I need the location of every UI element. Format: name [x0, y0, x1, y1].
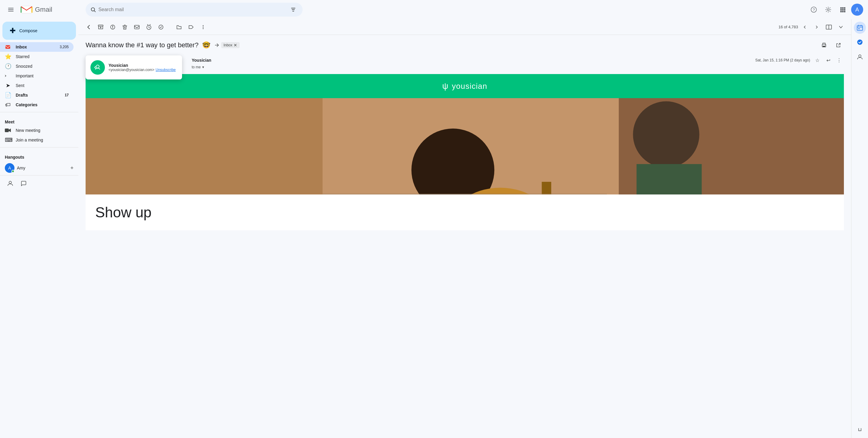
delete-button[interactable]	[119, 22, 130, 33]
pagination-info: 16 of 4,783	[778, 25, 798, 29]
hangouts-section-title: Hangouts	[0, 150, 79, 161]
open-in-new-window-button[interactable]	[833, 40, 844, 50]
online-status-dot	[11, 170, 14, 173]
video-icon	[5, 128, 11, 132]
join-meeting-label: Join a meeting	[16, 138, 43, 142]
svg-rect-21	[5, 45, 10, 49]
svg-rect-7	[292, 9, 295, 10]
yousician-y-symbol: ψ	[442, 81, 448, 91]
sidebar-item-starred-label: Starred	[16, 54, 30, 59]
yousician-header-banner: ψ yousician	[86, 74, 844, 98]
email-body: ψ yousician	[86, 74, 844, 230]
svg-point-11	[827, 9, 829, 10]
move-to-button[interactable]	[174, 22, 184, 33]
compose-label: Compose	[19, 28, 37, 33]
sidebar-item-categories[interactable]: 🏷 Categories	[0, 100, 73, 109]
topbar-right: ? A	[808, 4, 863, 15]
svg-rect-60	[637, 164, 702, 195]
reading-pane-dropdown[interactable]	[835, 22, 846, 33]
important-icon	[5, 73, 11, 78]
back-button[interactable]	[83, 22, 94, 33]
reading-pane-button[interactable]	[824, 22, 834, 33]
svg-rect-12	[840, 7, 842, 9]
compose-button[interactable]: ✚ Compose	[2, 22, 76, 40]
remove-inbox-tag-button[interactable]: ✕	[234, 43, 237, 47]
amy-avatar: A	[5, 163, 14, 173]
add-hangout-button[interactable]: +	[70, 165, 73, 171]
user-avatar[interactable]: A	[851, 4, 863, 15]
search-input[interactable]	[98, 7, 289, 12]
right-panel-contacts-button[interactable]	[854, 50, 866, 63]
next-email-button[interactable]	[811, 22, 822, 33]
sender-to-row[interactable]: to me ▾	[192, 65, 844, 69]
email-view: Wanna know the #1 way to get better? 🤓 I…	[79, 35, 851, 438]
right-panel-calendar-button[interactable]	[854, 22, 866, 34]
svg-line-5	[94, 10, 95, 12]
sidebar-item-new-meeting[interactable]: New meeting	[0, 126, 73, 135]
topbar: Gmail ?	[0, 0, 868, 19]
archive-button[interactable]	[95, 22, 106, 33]
star-email-button[interactable]: ☆	[812, 56, 822, 65]
inbox-badge: 3,205	[60, 45, 69, 49]
snooze-button[interactable]	[144, 22, 154, 33]
svg-point-44	[825, 45, 826, 45]
right-panel-tasks-button[interactable]	[854, 36, 866, 48]
report-spam-button[interactable]	[107, 22, 118, 33]
svg-rect-0	[8, 8, 13, 8]
right-panel	[851, 19, 868, 438]
sidebar-item-inbox[interactable]: Inbox 3,205	[0, 42, 73, 52]
svg-rect-18	[840, 11, 842, 12]
prev-email-button[interactable]	[799, 22, 810, 33]
svg-text:?: ?	[812, 7, 815, 12]
sidebar-item-join-meeting[interactable]: ⌨ Join a meeting	[0, 135, 73, 145]
sidebar-item-starred[interactable]: ⭐ Starred	[0, 52, 73, 61]
svg-rect-17	[844, 9, 845, 10]
meet-section-title: Meet	[0, 115, 79, 126]
sender-name-row: Yousician Sat, Jan 15, 1:16 PM (2 days a…	[192, 56, 844, 65]
bubble-icon-button[interactable]	[18, 178, 29, 189]
sidebar-item-sent[interactable]: ➤ Sent	[0, 81, 73, 90]
gmail-logo: Gmail	[21, 5, 52, 14]
popup-sender-info: Yousician <yousician@yousician.com> Unsu…	[108, 63, 176, 72]
more-options-button[interactable]	[198, 22, 209, 33]
hangouts-amy-label: Amy	[17, 166, 25, 170]
inbox-tag-label: Inbox	[224, 43, 232, 47]
add-to-tasks-button[interactable]	[156, 22, 166, 33]
drafts-badge: 17	[65, 93, 69, 97]
sidebar: ✚ Compose Inbox 3,205 ⭐ Starred 🕐 Snooze…	[0, 19, 79, 438]
svg-rect-32	[134, 25, 139, 29]
search-bar[interactable]	[86, 3, 303, 16]
search-options-button[interactable]	[289, 5, 298, 14]
email-subject: Wanna know the #1 way to get better?	[86, 41, 198, 49]
mark-unread-button[interactable]	[131, 22, 142, 33]
svg-rect-24	[98, 25, 103, 26]
sidebar-item-important[interactable]: Important	[0, 71, 73, 81]
popup-sender-email: <yousician@yousician.com>	[108, 68, 154, 72]
reply-email-button[interactable]: ↩	[824, 56, 833, 65]
right-panel-expand-button[interactable]	[854, 424, 866, 436]
person-icon-button[interactable]	[5, 178, 16, 189]
star-icon: ⭐	[5, 53, 11, 60]
more-email-actions-button[interactable]: ⋮	[834, 56, 844, 65]
label-button[interactable]	[186, 22, 196, 33]
svg-rect-66	[858, 28, 860, 29]
help-button[interactable]: ?	[808, 4, 820, 15]
hamburger-button[interactable]	[5, 4, 17, 15]
svg-rect-62	[857, 26, 863, 30]
svg-rect-19	[842, 11, 844, 12]
svg-rect-3	[21, 6, 32, 13]
settings-button[interactable]	[822, 4, 834, 15]
sidebar-item-drafts[interactable]: 📄 Drafts 17	[0, 90, 73, 100]
topbar-left: Gmail	[5, 4, 83, 15]
sidebar-item-snoozed[interactable]: 🕐 Snoozed	[0, 61, 73, 71]
svg-point-28	[113, 28, 113, 29]
svg-rect-1	[8, 9, 13, 10]
hangouts-amy-item[interactable]: A Amy +	[0, 161, 79, 175]
print-email-button[interactable]	[818, 40, 830, 50]
popup-sender-avatar	[90, 60, 105, 75]
sidebar-item-inbox-label: Inbox	[16, 44, 27, 49]
popup-unsubscribe-link[interactable]: Unsubscribe	[156, 68, 176, 72]
show-up-title: Show up	[95, 204, 834, 221]
apps-button[interactable]	[837, 4, 849, 15]
sender-info: Yousician Sat, Jan 15, 1:16 PM (2 days a…	[192, 56, 844, 69]
